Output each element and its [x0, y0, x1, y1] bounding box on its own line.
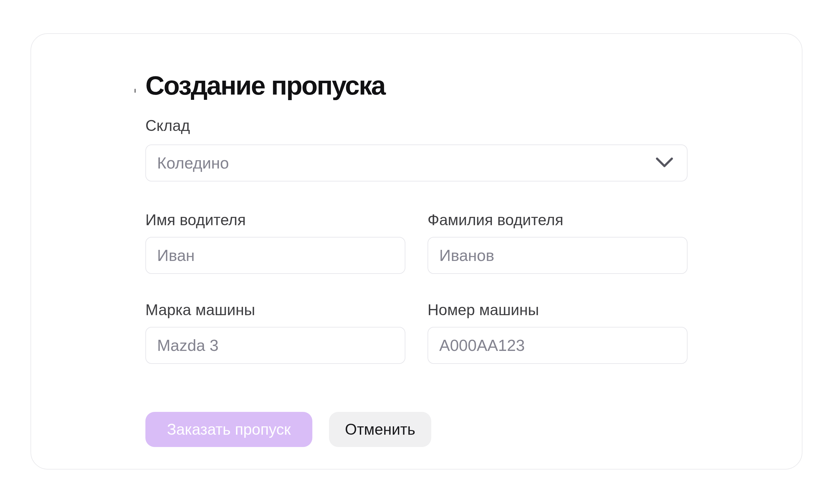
car-number-input[interactable]: [427, 327, 688, 364]
warehouse-selected-value: Коледино: [157, 154, 229, 172]
order-pass-button[interactable]: Заказать пропуск: [146, 412, 313, 447]
warehouse-select[interactable]: Коледино: [146, 144, 688, 181]
car-number-label: Номер машины: [427, 302, 688, 318]
driver-fields-row: Имя водителя Фамилия водителя: [146, 212, 688, 274]
car-brand-group: Марка машины: [146, 302, 405, 364]
driver-first-name-label: Имя водителя: [146, 212, 405, 228]
cancel-button[interactable]: Отменить: [329, 412, 431, 447]
modal-actions: Заказать пропуск Отменить: [146, 412, 688, 447]
page-title: Создание пропуска: [146, 70, 688, 101]
driver-first-name-group: Имя водителя: [146, 212, 405, 274]
car-brand-label: Марка машины: [146, 302, 405, 318]
chevron-down-icon: [656, 157, 673, 169]
car-brand-input[interactable]: [146, 327, 405, 364]
driver-last-name-group: Фамилия водителя: [427, 212, 688, 274]
driver-last-name-label: Фамилия водителя: [427, 212, 688, 228]
warehouse-label: Склад: [146, 118, 688, 133]
create-pass-modal: Создание пропуска Склад Коледино Имя вод…: [31, 33, 802, 469]
driver-last-name-input[interactable]: [427, 237, 688, 274]
modal-content: Создание пропуска Склад Коледино Имя вод…: [31, 34, 802, 469]
car-fields-row: Марка машины Номер машины: [146, 302, 688, 364]
car-number-group: Номер машины: [427, 302, 688, 364]
screenshot-artifact-tick: [135, 89, 135, 93]
driver-first-name-input[interactable]: [146, 237, 405, 274]
